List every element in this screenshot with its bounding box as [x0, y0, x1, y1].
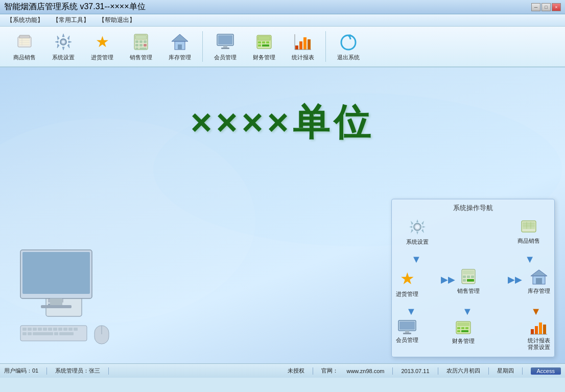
sales-label: 商品销售 [13, 54, 36, 61]
svg-rect-92 [403, 333, 411, 334]
svg-rect-68 [59, 332, 74, 335]
menu-common-tools[interactable]: 【常用工具】 [48, 14, 94, 26]
minimize-button[interactable]: ─ [531, 3, 540, 11]
toolbar-btn-sales[interactable]: 商品销售 [6, 29, 43, 64]
svg-rect-57 [43, 328, 47, 331]
svg-rect-65 [28, 332, 32, 335]
svg-rect-85 [467, 279, 474, 282]
main-title: ××××单位 [191, 98, 374, 147]
svg-rect-21 [178, 44, 182, 50]
exit-icon [338, 32, 359, 52]
arrow-right-2: ▶▶ [508, 274, 522, 285]
toolbar-btn-member[interactable]: 会员管理 [207, 29, 244, 64]
svg-rect-101 [535, 326, 538, 334]
svg-rect-25 [221, 48, 229, 49]
status-divider-2 [108, 367, 109, 375]
status-bar: 用户编码：01 系统管理员：张三 未授权 官网： www.zn98.com 20… [0, 363, 565, 378]
svg-rect-28 [258, 41, 261, 43]
finance-label: 财务管理 [253, 54, 275, 61]
toolbar-divider [202, 31, 203, 62]
close-button[interactable]: × [552, 3, 561, 11]
nav-item-member[interactable]: 会员管理 [396, 320, 418, 344]
nav-report-label: 统计报表背景设置 [528, 337, 550, 351]
toolbar: 商品销售 系统设置 ★ 进货管理 [0, 27, 565, 67]
window-title: 智能烟酒店管理系统 v37.31--××××单位 [4, 2, 146, 12]
toolbar-btn-settings[interactable]: 系统设置 [45, 29, 82, 64]
nav-item-report[interactable]: 统计报表背景设置 [528, 320, 550, 351]
svg-rect-29 [262, 41, 265, 43]
svg-rect-103 [543, 325, 546, 334]
svg-rect-23 [218, 35, 232, 44]
arrow-down-5: ▼ [531, 306, 541, 317]
toolbar-btn-report[interactable]: 统计报表 [285, 29, 321, 64]
svg-rect-99 [461, 330, 468, 332]
auth-status: 未授权 [288, 367, 304, 375]
svg-rect-27 [258, 36, 270, 40]
nav-item-settings[interactable]: 系统设置 [406, 218, 429, 246]
svg-rect-96 [461, 327, 464, 329]
arrow-down-2: ▼ [525, 253, 535, 265]
menu-bar: 【系统功能】 【常用工具】 【帮助退出】 [0, 14, 565, 27]
toolbar-btn-purchase[interactable]: ★ 进货管理 [84, 29, 121, 64]
nav-inventory-label: 库存管理 [528, 287, 550, 295]
arrow-down-1: ▼ [411, 253, 421, 265]
svg-rect-64 [22, 332, 27, 335]
toolbar-btn-sale-mgmt[interactable]: 销售管理 [123, 29, 159, 64]
access-button[interactable]: Access [531, 367, 561, 375]
website-url: www.zn98.com [346, 368, 384, 374]
purchase-label: 进货管理 [91, 54, 113, 61]
svg-rect-31 [258, 44, 261, 47]
svg-rect-94 [457, 322, 469, 326]
svg-rect-80 [463, 270, 474, 274]
nav-item-sale-mgmt[interactable]: 销售管理 [457, 269, 480, 295]
svg-rect-83 [471, 275, 474, 278]
report-label: 统计报表 [292, 54, 314, 61]
menu-help-exit[interactable]: 【帮助退出】 [94, 14, 140, 26]
toolbar-btn-finance[interactable]: 财务管理 [246, 29, 282, 64]
website-label: 官网： [321, 367, 338, 375]
nav-finance-label: 财务管理 [452, 337, 475, 345]
svg-rect-62 [68, 328, 73, 331]
nav-sale-mgmt-label: 销售管理 [457, 287, 480, 295]
svg-rect-49 [22, 252, 90, 294]
chart-icon [293, 32, 313, 52]
status-divider-6 [488, 367, 489, 375]
svg-rect-51 [41, 305, 72, 308]
svg-rect-32 [262, 44, 269, 47]
date-display: 2013.07.11 [401, 368, 429, 374]
window-controls: ─ □ × [531, 3, 561, 11]
svg-marker-19 [172, 34, 188, 41]
nav-item-inventory[interactable]: 库存管理 [528, 269, 550, 295]
svg-rect-11 [135, 40, 138, 43]
svg-marker-86 [531, 270, 547, 276]
status-divider-3 [313, 367, 313, 375]
menu-system-functions[interactable]: 【系统功能】 [2, 14, 48, 26]
nav-item-purchase[interactable]: ★ 进货管理 [396, 269, 418, 298]
inventory-label: 库存管理 [169, 54, 191, 61]
arrow-down-3: ▼ [406, 306, 416, 317]
svg-point-72 [415, 225, 419, 229]
star-nav-icon: ★ [400, 269, 415, 288]
svg-rect-67 [54, 332, 58, 335]
svg-rect-55 [33, 328, 37, 331]
maximize-button[interactable]: □ [542, 3, 551, 11]
calculator-icon [131, 32, 151, 52]
svg-rect-1 [19, 35, 30, 38]
svg-rect-14 [135, 44, 138, 47]
svg-rect-97 [465, 327, 468, 329]
nav-item-sales[interactable]: 商品销售 [517, 218, 540, 245]
svg-rect-61 [63, 328, 67, 331]
status-divider-1 [46, 367, 47, 375]
svg-rect-56 [38, 328, 42, 331]
manager-name: 系统管理员：张三 [55, 367, 100, 375]
svg-rect-30 [266, 41, 269, 43]
svg-rect-58 [48, 328, 52, 331]
nav-item-finance[interactable]: 财务管理 [452, 320, 475, 345]
svg-rect-54 [28, 328, 32, 331]
nav-panel-title: 系统操作导航 [396, 203, 550, 213]
computer-illustration [15, 245, 128, 347]
toolbar-btn-inventory[interactable]: 库存管理 [161, 29, 198, 64]
svg-rect-12 [139, 40, 143, 43]
toolbar-btn-exit[interactable]: 退出系统 [330, 29, 367, 64]
settings-icon [53, 32, 74, 52]
